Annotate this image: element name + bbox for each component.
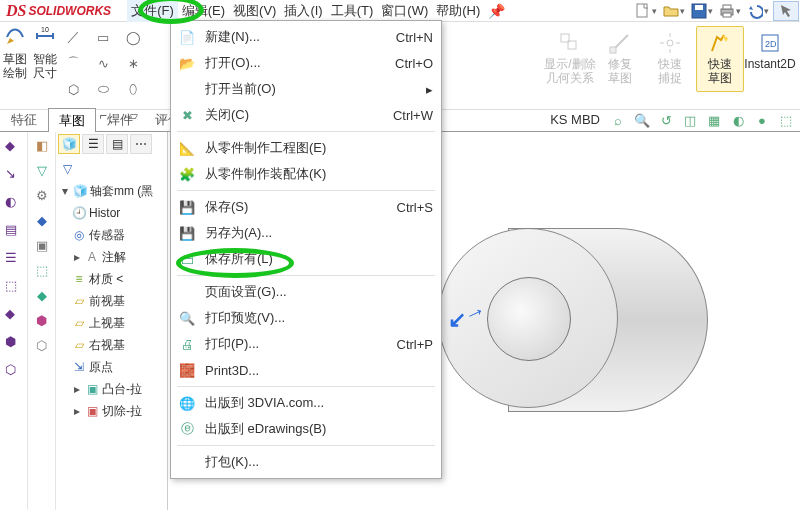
panel-b-icon[interactable]: ▽ [37,163,47,178]
file-menu-item-drawing[interactable]: 📐从零件制作工程图(E) [171,135,441,161]
file-menu-item-print3d[interactable]: 🧱Print3D... [171,357,441,383]
forum-icon[interactable]: ☰ [5,250,23,268]
file-menu-item-close[interactable]: ✖关闭(C)Ctrl+W [171,102,441,128]
tree-funnel[interactable]: ▽ [58,158,165,180]
open-button[interactable]: ▾ [661,1,687,21]
tree-view-part-icon[interactable]: 🧊 [58,134,80,154]
quick-snap[interactable]: 快速 捕捉 [646,26,694,92]
view-toolbar: ⌕ 🔍 ↺ ◫ ▦ ◐ ● ⬚ [608,110,796,130]
ellipse-icon[interactable]: ⬯ [122,78,144,100]
file-menu-item-label: 保存(S) [205,198,389,216]
tab-mbd[interactable]: KS MBD [550,112,600,127]
menu-edit[interactable]: 编辑(E) [178,0,229,22]
extra3-icon[interactable]: ⬡ [5,362,23,380]
file-menu-item-new[interactable]: 📄新建(N)...Ctrl+N [171,24,441,50]
file-menu-item-save[interactable]: 💾保存(S)Ctrl+S [171,194,441,220]
display-style-icon[interactable]: ▦ [704,110,724,130]
tree-material[interactable]: ≡材质 < [58,268,165,290]
extra2-icon[interactable]: ⬢ [5,334,23,352]
circle-icon[interactable]: ◯ [122,26,144,48]
zoom-area-icon[interactable]: 🔍 [632,110,652,130]
point-icon[interactable]: ∗ [122,52,144,74]
smart-dim-icon[interactable]: 10 [34,25,56,50]
file-menu-item-label: 打印(P)... [205,335,389,353]
show-delete-relations[interactable]: 显示/删除 几何关系 [546,26,594,92]
tree-view-display-icon[interactable]: ▤ [106,134,128,154]
panel-d-icon[interactable]: ◆ [37,213,47,228]
tree-sensors[interactable]: ◎传感器 [58,224,165,246]
panel-h-icon[interactable]: ⬢ [36,313,47,328]
file-menu-item-打开当前(O)[interactable]: 打开当前(O)▸ [171,76,441,102]
panel-e-icon[interactable]: ▣ [36,238,48,253]
tree-boss[interactable]: ▸▣凸台-拉 [58,378,165,400]
scene-icon[interactable]: ⬚ [776,110,796,130]
tree-cut[interactable]: ▸▣切除-拉 [58,400,165,422]
select-button[interactable] [773,1,799,21]
design-lib-icon[interactable]: ◆ [5,138,23,156]
file-menu-item-打包(K)...[interactable]: 打包(K)... [171,449,441,475]
polygon-icon[interactable]: ⬡ [62,78,84,100]
file-menu-item-publish[interactable]: 🌐出版到 3DVIA.com... [171,390,441,416]
panel-g-icon[interactable]: ◆ [37,288,47,303]
rect-icon[interactable]: ▭ [92,26,114,48]
extra1-icon[interactable]: ◆ [5,306,23,324]
print-button[interactable]: ▾ [717,1,743,21]
file-menu-shortcut: Ctrl+N [396,30,433,45]
arc-icon[interactable]: ⌒ [62,52,84,74]
section-view-icon[interactable]: ◫ [680,110,700,130]
pin-icon[interactable]: 📌 [488,3,505,19]
slot-icon[interactable]: ⬭ [92,78,114,100]
file-menu-item-assembly[interactable]: 🧩从零件制作装配体(K) [171,161,441,187]
menu-file[interactable]: 文件(F) [127,0,178,22]
file-menu-item-open[interactable]: 📂打开(O)...Ctrl+O [171,50,441,76]
file-menu-item-saveall[interactable]: 🗃保存所有(L) [171,246,441,272]
appearance-icon[interactable]: ● [752,110,772,130]
panel-i-icon[interactable]: ⬡ [36,338,47,353]
spline-icon[interactable]: ∿ [92,52,114,74]
menu-help[interactable]: 帮助(H) [432,0,484,22]
file-menu-shortcut: Ctrl+W [393,108,433,123]
save-button[interactable]: ▾ [689,1,715,21]
repair-sketch[interactable]: 修复 草图 [596,26,644,92]
tab-sketch[interactable]: 草图 [48,108,96,132]
file-menu-item-页面设置(G)...[interactable]: 页面设置(G)... [171,279,441,305]
tree-annotations[interactable]: ▸A注解 [58,246,165,268]
clip-icon[interactable]: ↘ [5,166,23,184]
file-menu-item-label: 关闭(C) [205,106,385,124]
line-icon[interactable]: ／ [62,26,84,48]
hide-show-icon[interactable]: ◐ [728,110,748,130]
tree-history[interactable]: 🕘Histor [58,202,165,224]
tree-view-more-icon[interactable]: ⋯ [130,134,152,154]
new-doc-button[interactable]: ▾ [633,1,659,21]
appearances-icon[interactable]: ◐ [5,194,23,212]
file-menu-item-saveas[interactable]: 💾另存为(A)... [171,220,441,246]
file-menu-item-edrawings[interactable]: ⓔ出版到 eDrawings(B) [171,416,441,442]
save-icon: 💾 [177,197,197,217]
sketch-icon[interactable] [4,25,26,50]
tree-root[interactable]: ▾🧊轴套mm (黑 [58,180,165,202]
tree-top-plane[interactable]: ▱上视基 [58,312,165,334]
panel-a-icon[interactable]: ◧ [36,138,48,153]
menu-window[interactable]: 窗口(W) [377,0,432,22]
panel-f-icon[interactable]: ⬚ [36,263,48,278]
menu-insert[interactable]: 插入(I) [280,0,326,22]
file-menu-item-print[interactable]: 🖨打印(P)...Ctrl+P [171,331,441,357]
resources-icon[interactable]: ⬚ [5,278,23,296]
tab-feature[interactable]: 特征 [0,107,48,131]
tab-weldment[interactable]: 焊件 [96,107,144,131]
edrawings-icon: ⓔ [177,419,197,439]
tree-right-plane[interactable]: ▱右视基 [58,334,165,356]
menu-view[interactable]: 视图(V) [229,0,280,22]
undo-button[interactable]: ▾ [745,1,771,21]
tree-view-config-icon[interactable]: ☰ [82,134,104,154]
zoom-fit-icon[interactable]: ⌕ [608,110,628,130]
file-menu-item-preview[interactable]: 🔍打印预览(V)... [171,305,441,331]
tree-origin[interactable]: ⇲原点 [58,356,165,378]
custom-props-icon[interactable]: ▤ [5,222,23,240]
quick-sketch[interactable]: 快速 草图 [696,26,744,92]
instant2d[interactable]: 2D Instant2D [746,26,794,92]
tree-front-plane[interactable]: ▱前视基 [58,290,165,312]
menu-tools[interactable]: 工具(T) [327,0,378,22]
prev-view-icon[interactable]: ↺ [656,110,676,130]
panel-c-icon[interactable]: ⚙ [36,188,48,203]
